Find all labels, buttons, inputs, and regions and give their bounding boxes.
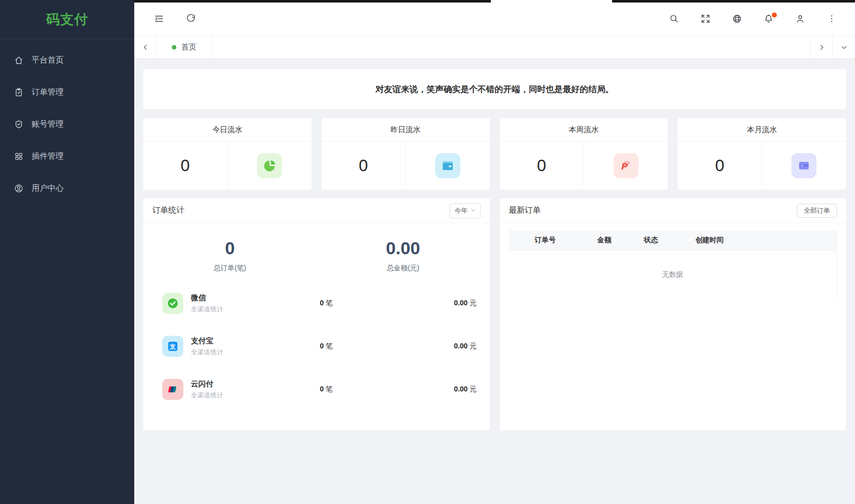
shield-check-icon	[13, 119, 24, 130]
tab-label: 首页	[181, 43, 196, 52]
order-totals: 0 总订单(笔) 0.00 总金额(元)	[143, 223, 490, 276]
header-bar	[134, 3, 855, 35]
pie-chart-icon	[257, 153, 282, 178]
main-area: 首页 对友谊来说，笑声确实是个不错的开端，同时也是最好的结局。 今日流水 0	[134, 0, 855, 504]
quote-text: 对友谊来说，笑声确实是个不错的开端，同时也是最好的结局。	[376, 84, 614, 95]
window-top-strip-gap	[491, 0, 612, 3]
kebab-menu-icon[interactable]	[823, 11, 840, 28]
header-right-icons	[665, 11, 840, 28]
total-amount-value: 0.00	[317, 238, 490, 258]
total-orders-label: 总订单(笔)	[143, 264, 317, 273]
stat-card-yesterday: 昨日流水 0	[322, 118, 490, 190]
total-orders-value: 0	[143, 238, 317, 258]
active-tab-dot	[172, 45, 176, 50]
fullscreen-icon[interactable]	[697, 11, 714, 28]
sidebar: 码支付 平台首页 订单管理 账号管理 插件管理	[0, 0, 134, 504]
channel-count-unit: 笔	[326, 299, 333, 307]
sidebar-item-label: 订单管理	[32, 87, 64, 98]
stat-cards-row: 今日流水 0 昨日流水 0	[143, 118, 846, 190]
channel-subtitle: 全渠道统计	[191, 348, 271, 357]
channel-amount-unit: 元	[470, 299, 477, 307]
app-logo: 码支付	[0, 0, 134, 39]
tabs-scroll-right-button[interactable]	[810, 36, 832, 59]
stat-card-this-week: 本周流水 0 PP	[500, 118, 668, 190]
sidebar-menu: 平台首页 订单管理 账号管理 插件管理 用户中心	[0, 39, 134, 204]
stat-card-title: 本周流水	[500, 118, 668, 142]
wallet-icon	[435, 153, 460, 178]
channel-count: 0	[320, 385, 324, 393]
notification-badge	[772, 13, 777, 18]
channel-count: 0	[320, 299, 324, 307]
chevron-down-icon	[470, 208, 476, 213]
tab-home[interactable]: 首页	[157, 36, 212, 59]
total-amount: 0.00 总金额(元)	[317, 238, 490, 273]
tabs-scroll-left-button[interactable]	[134, 36, 157, 59]
user-icon[interactable]	[791, 11, 808, 28]
order-clipboard-icon	[13, 87, 24, 98]
channel-name: 支付宝	[191, 336, 271, 346]
channel-count-unit: 笔	[326, 342, 333, 350]
panels-row: 订单统计 今年 0 总订单(笔) 0.00 总金额(元)	[143, 198, 846, 430]
range-selector-dropdown[interactable]: 今年	[450, 203, 481, 218]
sidebar-item-orders[interactable]: 订单管理	[0, 76, 134, 108]
stat-card-value: 0	[500, 142, 584, 189]
sidebar-item-accounts[interactable]: 账号管理	[0, 108, 134, 140]
credit-card-icon	[791, 153, 816, 178]
svg-text:支: 支	[169, 343, 176, 350]
plugin-grid-icon	[13, 151, 24, 162]
stat-card-value: 0	[143, 142, 227, 189]
bell-icon[interactable]	[760, 11, 777, 28]
orders-table-header: 订单号 金额 状态 创建时间	[509, 230, 837, 250]
channel-amount: 0.00	[454, 385, 467, 393]
channel-list: 微信 全渠道统计 0 笔 0.00 元 支 支付宝 全渠道统计	[143, 276, 490, 400]
channel-row-unionpay: 云闪付 全渠道统计 0 笔 0.00 元	[162, 379, 477, 400]
empty-state-text: 无数据	[509, 250, 837, 299]
refresh-icon[interactable]	[182, 11, 199, 28]
paypal-icon: PP	[614, 153, 639, 178]
column-header-order-no: 订单号	[509, 236, 598, 245]
daily-quote-banner: 对友谊来说，笑声确实是个不错的开端，同时也是最好的结局。	[143, 69, 846, 109]
sidebar-item-label: 账号管理	[32, 119, 64, 130]
header-left-icons	[150, 11, 199, 28]
all-orders-button[interactable]: 全部订单	[797, 204, 837, 218]
tabs-spacer	[212, 36, 810, 59]
unionpay-icon	[162, 379, 183, 400]
page-content: 对友谊来说，笑声确实是个不错的开端，同时也是最好的结局。 今日流水 0 昨日流水…	[134, 59, 855, 504]
stat-card-today: 今日流水 0	[143, 118, 312, 190]
collapse-menu-icon[interactable]	[150, 11, 167, 28]
column-header-created-at: 创建时间	[696, 236, 837, 245]
globe-icon[interactable]	[728, 11, 745, 28]
stat-card-title: 本月流水	[678, 118, 846, 142]
alipay-icon: 支	[162, 336, 183, 357]
tabs-dropdown-button[interactable]	[832, 36, 855, 59]
svg-text:P: P	[621, 161, 628, 172]
channel-count-unit: 笔	[326, 385, 333, 393]
sidebar-item-label: 插件管理	[32, 151, 64, 162]
sidebar-item-label: 用户中心	[32, 183, 64, 194]
orders-table: 订单号 金额 状态 创建时间 无数据	[509, 230, 837, 299]
latest-orders-panel: 最新订单 全部订单 订单号 金额 状态 创建时间 无数据	[500, 198, 846, 430]
channel-row-wechat: 微信 全渠道统计 0 笔 0.00 元	[162, 293, 477, 314]
channel-amount-unit: 元	[470, 342, 477, 350]
sidebar-item-label: 平台首页	[32, 55, 64, 66]
column-header-amount: 金额	[598, 236, 644, 245]
stat-card-title: 昨日流水	[322, 118, 490, 142]
channel-subtitle: 全渠道统计	[191, 305, 271, 314]
total-amount-label: 总金额(元)	[317, 264, 490, 273]
channel-amount: 0.00	[454, 342, 467, 350]
channel-amount: 0.00	[454, 299, 467, 307]
column-header-status: 状态	[644, 236, 696, 245]
order-stats-panel: 订单统计 今年 0 总订单(笔) 0.00 总金额(元)	[143, 198, 490, 430]
wechat-pay-icon	[162, 293, 183, 314]
order-stats-title: 订单统计	[152, 205, 184, 216]
sidebar-item-user-center[interactable]: 用户中心	[0, 172, 134, 204]
sidebar-item-plugins[interactable]: 插件管理	[0, 140, 134, 172]
sidebar-item-home[interactable]: 平台首页	[0, 44, 134, 76]
total-orders: 0 总订单(笔)	[143, 238, 317, 273]
channel-subtitle: 全渠道统计	[191, 391, 271, 400]
channel-count: 0	[320, 342, 324, 350]
home-icon	[13, 55, 24, 66]
search-icon[interactable]	[665, 11, 682, 28]
user-circle-icon	[13, 183, 24, 194]
channel-name: 微信	[191, 293, 271, 303]
